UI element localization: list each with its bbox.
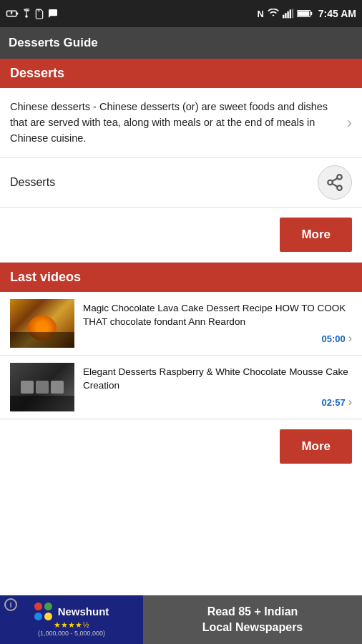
usb-icon (21, 7, 31, 20)
video-duration-2: 02:57 (321, 397, 345, 408)
ad-banner[interactable]: Newshunt ★★★★½ (1,000,000 - 5,000,000) R… (0, 595, 362, 644)
status-bar: N 7:45 AM (0, 0, 362, 27)
dot-green (44, 602, 52, 610)
newshunt-stars: ★★★★½ (54, 620, 89, 630)
newshunt-dots (34, 602, 52, 620)
svg-rect-11 (287, 11, 288, 19)
video-chevron-2: › (348, 396, 352, 409)
newshunt-rating: (1,000,000 - 5,000,000) (38, 630, 105, 637)
svg-point-18 (328, 180, 333, 185)
video-overlay-2 (10, 396, 74, 411)
share-row: Desserts (0, 158, 362, 208)
last-videos-section-header: Last videos (0, 263, 362, 292)
status-bar-right: N 7:45 AM (257, 8, 356, 19)
ad-left: Newshunt ★★★★½ (1,000,000 - 5,000,000) (0, 595, 143, 644)
newshunt-label: Newshunt (58, 605, 109, 618)
video-info-2: Elegant Desserts Raspberry & White Choco… (83, 366, 352, 409)
last-videos-header-label: Last videos (10, 270, 81, 284)
video-item-1[interactable]: Magic Chocolate Lava Cake Dessert Recipe… (0, 292, 362, 356)
status-bar-left (6, 7, 59, 20)
ad-right-text: Read 85 + IndianLocal Newspapers (202, 604, 303, 636)
ad-info-icon[interactable]: i (4, 598, 17, 611)
more-btn-row-1: More (0, 208, 362, 263)
signal-icon (283, 9, 294, 19)
chevron-right-icon: › (347, 114, 352, 132)
svg-rect-15 (310, 12, 312, 15)
svg-rect-16 (298, 11, 309, 16)
dot-red (34, 602, 42, 610)
message-icon (47, 8, 59, 19)
svg-point-19 (337, 186, 342, 191)
svg-point-4 (25, 15, 28, 18)
network-icon: N (257, 9, 263, 19)
sd-card-icon (34, 7, 44, 20)
battery-icon (297, 9, 313, 18)
video-info-1: Magic Chocolate Lava Cake Dessert Recipe… (83, 302, 352, 345)
svg-line-21 (332, 178, 337, 181)
dot-blue (34, 613, 42, 620)
svg-rect-9 (283, 15, 284, 19)
description-block[interactable]: Chinese desserts - Chinese desserts (or)… (0, 88, 362, 158)
svg-rect-12 (289, 9, 290, 18)
app-title: Desserts Guide (9, 36, 98, 50)
description-text: Chinese desserts - Chinese desserts (or)… (10, 99, 341, 146)
video-meta-1: 05:00 › (83, 332, 352, 345)
video-item-2[interactable]: Elegant Desserts Raspberry & White Choco… (0, 356, 362, 419)
more-button-2[interactable]: More (280, 429, 352, 464)
more-button-1[interactable]: More (280, 218, 352, 252)
wifi-icon (267, 9, 280, 19)
video-chevron-1: › (348, 332, 352, 345)
video-duration-1: 05:00 (321, 333, 345, 344)
share-button[interactable] (318, 165, 352, 200)
app-title-bar: Desserts Guide (0, 27, 362, 59)
svg-rect-6 (27, 9, 29, 11)
video-overlay-1 (10, 332, 74, 348)
svg-line-20 (332, 184, 337, 187)
svg-rect-5 (24, 9, 26, 11)
video-thumbnail-2 (10, 363, 74, 411)
share-icon (326, 173, 344, 192)
desserts-header-label: Desserts (10, 66, 64, 80)
video-meta-2: 02:57 › (83, 396, 352, 409)
dot-yellow (44, 613, 52, 620)
time-display: 7:45 AM (318, 8, 356, 19)
video-thumbnail-1 (10, 299, 74, 348)
svg-rect-10 (285, 13, 286, 18)
video-title-2: Elegant Desserts Raspberry & White Choco… (83, 366, 352, 393)
svg-rect-1 (16, 13, 18, 15)
ad-right: Read 85 + IndianLocal Newspapers (143, 595, 362, 644)
newshunt-logo: Newshunt (34, 602, 109, 620)
more-btn-row-2: More (0, 419, 362, 474)
desserts-section-header: Desserts (0, 59, 362, 88)
share-label: Desserts (10, 176, 55, 189)
battery-charging-icon (6, 7, 19, 20)
svg-point-17 (337, 175, 342, 180)
svg-rect-13 (292, 9, 293, 19)
video-title-1: Magic Chocolate Lava Cake Dessert Recipe… (83, 302, 352, 329)
